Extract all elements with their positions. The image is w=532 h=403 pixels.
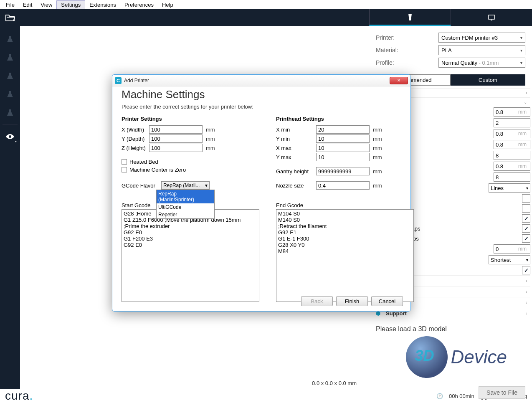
svg-rect-1 <box>491 20 492 20</box>
gcode-flavor-select[interactable]: RepRap (Marli...▾ <box>161 181 210 190</box>
menu-file[interactable]: File <box>2 1 19 9</box>
tab-prepare[interactable] <box>369 9 451 26</box>
setting-checkbox[interactable] <box>522 204 530 213</box>
clock-icon: 🕐 <box>436 393 443 399</box>
cancel-button[interactable]: Cancel <box>371 296 403 306</box>
printer-value: Custom FDM printer #3 <box>441 35 498 41</box>
prepare-icon <box>406 13 414 21</box>
setting-input[interactable]: 0mm <box>494 244 530 253</box>
profile-select[interactable]: Normal Quality - 0.1mm▾ <box>438 58 525 68</box>
y-depth-label: Y (Depth) <box>122 136 149 142</box>
setting-checkbox[interactable] <box>522 194 530 203</box>
menu-extensions[interactable]: Extensions <box>85 1 120 9</box>
add-printer-dialog: C Add Printer ✕ Machine Settings Please … <box>112 74 411 312</box>
flask-icon <box>6 72 14 80</box>
open-file-button[interactable] <box>0 9 20 26</box>
close-button[interactable]: ✕ <box>390 77 408 84</box>
setting-checkbox[interactable]: ✓ <box>522 224 530 233</box>
back-button[interactable]: Back <box>301 296 333 306</box>
setting-input[interactable]: 0.8mm <box>494 162 530 171</box>
profile-label: Profile: <box>376 59 438 66</box>
tool-scale[interactable] <box>3 50 18 65</box>
sidebar-divider <box>3 124 18 125</box>
heated-bed-label: Heated Bed <box>129 159 158 165</box>
svg-rect-0 <box>489 15 494 19</box>
tool-mirror[interactable] <box>3 87 18 102</box>
dialog-titlebar[interactable]: C Add Printer ✕ <box>112 75 410 86</box>
chevron-down-icon[interactable]: ⌄ <box>524 100 530 104</box>
menu-edit[interactable]: Edit <box>19 1 36 9</box>
unit-mm: mm <box>373 136 382 142</box>
dialog-title: Add Printer <box>124 78 390 84</box>
material-select[interactable]: PLA▾ <box>438 45 525 55</box>
setting-checkbox[interactable]: ✓ <box>522 214 530 223</box>
tab-monitor[interactable] <box>451 9 532 26</box>
cura-logo: cura. <box>5 389 33 403</box>
tab-custom[interactable]: Custom <box>451 74 525 86</box>
end-gcode-label: End Gcode <box>276 202 414 208</box>
menu-view[interactable]: View <box>36 1 56 9</box>
x-width-input[interactable] <box>149 125 203 134</box>
tool-rotate[interactable] <box>3 68 18 84</box>
xmax-input[interactable] <box>316 144 370 152</box>
menu-help[interactable]: Help <box>158 1 177 9</box>
material-value: PLA <box>441 47 452 53</box>
chevron-down-icon: ▾ <box>15 139 17 143</box>
gcode-flavor-label: GCode Flavor <box>122 182 155 189</box>
tool-per-model[interactable] <box>3 105 18 120</box>
gantry-input[interactable] <box>316 167 370 175</box>
z-height-input[interactable] <box>149 144 203 152</box>
printer-select[interactable]: Custom FDM printer #3▾ <box>438 33 525 43</box>
ymax-input[interactable] <box>316 153 370 161</box>
setting-input[interactable]: 2 <box>494 118 530 127</box>
setting-input[interactable]: 8 <box>494 151 530 160</box>
flask-icon <box>6 90 14 99</box>
setting-select[interactable]: Lines▾ <box>489 183 530 193</box>
unit-mm: mm <box>373 127 382 133</box>
material-label: Material: <box>376 47 438 53</box>
gcode-flavor-option[interactable]: Repetier <box>157 211 214 218</box>
ymin-input[interactable] <box>316 134 370 143</box>
chevron-left-icon[interactable]: ‹ <box>526 91 530 95</box>
xmin-input[interactable] <box>316 125 370 134</box>
nozzle-input[interactable] <box>316 181 370 190</box>
setting-select[interactable]: Shortest▾ <box>489 255 530 264</box>
chevron-down-icon: ▾ <box>205 182 208 188</box>
tool-move[interactable] <box>3 32 18 47</box>
chevron-left-icon: ‹ <box>526 289 530 294</box>
heated-bed-checkbox[interactable] <box>122 159 127 165</box>
setting-input[interactable]: 0.8mm <box>494 107 530 117</box>
view-mode-button[interactable]: ▾ <box>3 129 18 144</box>
finish-button[interactable]: Finish <box>336 296 368 306</box>
menubar: FileEditViewSettingsExtensionsPreference… <box>0 0 532 9</box>
flask-icon <box>6 109 14 117</box>
nozzle-label: Nozzle size <box>276 182 316 189</box>
chevron-left-icon: ‹ <box>526 279 530 283</box>
flask-icon <box>6 35 14 43</box>
setting-input[interactable]: 0.8mm <box>494 129 530 138</box>
gantry-label: Gantry height <box>276 168 316 175</box>
printer-label: Printer: <box>376 34 438 41</box>
setting-checkbox[interactable]: ✓ <box>522 234 530 243</box>
dialog-heading: Machine Settings <box>122 88 401 101</box>
top-toolbar <box>0 9 532 26</box>
gcode-flavor-option[interactable]: UltiGCode <box>157 203 214 211</box>
y-depth-input[interactable] <box>149 134 203 143</box>
printer-settings-heading: Printer Settings <box>122 116 259 122</box>
setting-checkbox[interactable]: ✓ <box>522 266 530 274</box>
setting-input[interactable]: 8 <box>494 172 530 182</box>
start-gcode-textarea[interactable] <box>122 209 259 302</box>
menu-settings[interactable]: Settings <box>56 0 85 9</box>
gcode-flavor-option[interactable]: RepRap (Marlin/Sprinter) <box>157 190 214 203</box>
chevron-down-icon: ▾ <box>520 61 522 65</box>
please-load-message: Please load a 3D model <box>369 319 532 340</box>
setting-input[interactable]: 0.8mm <box>494 140 530 149</box>
chevron-left-icon: ‹ <box>526 311 530 316</box>
ymax-label: Y max <box>276 154 316 160</box>
end-gcode-textarea[interactable] <box>276 209 414 302</box>
center-zero-checkbox[interactable] <box>122 167 127 172</box>
save-to-file-button[interactable]: Save to File <box>479 386 525 399</box>
menu-preferences[interactable]: Preferences <box>120 1 158 9</box>
center-zero-label: Machine Center is Zero <box>129 167 186 173</box>
unit-mm: mm <box>206 136 215 142</box>
